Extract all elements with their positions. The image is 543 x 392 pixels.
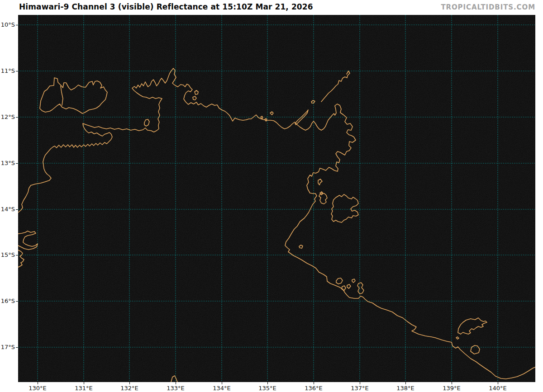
lon-tickmark-137°E (360, 382, 360, 384)
lon-label-132°E: 132°E (115, 385, 144, 392)
lon-label-130°E: 130°E (23, 385, 52, 392)
lon-tickmark-136°E (314, 382, 314, 384)
lat-label-15°S: 15°S (0, 251, 15, 259)
page-title: Himawari-9 Channel 3 (visible) Reflectan… (19, 2, 313, 11)
lon-label-140°E: 140°E (483, 385, 512, 392)
satellite-image-page: Himawari-9 Channel 3 (visible) Reflectan… (0, 0, 543, 392)
lat-label-13°S: 13°S (0, 160, 15, 167)
lat-tickmark-13°S (16, 163, 18, 164)
lon-label-136°E: 136°E (299, 385, 328, 392)
lon-tickmark-130°E (38, 382, 38, 384)
lon-tickmark-133°E (176, 382, 176, 384)
lon-label-137°E: 137°E (345, 385, 374, 392)
satellite-map (18, 15, 535, 382)
lon-tickmark-140°E (498, 382, 498, 384)
lon-tickmark-138°E (405, 382, 406, 384)
sensor-noise-overlay (18, 15, 535, 382)
lon-tickmark-135°E (267, 382, 268, 384)
lon-label-131°E: 131°E (69, 385, 98, 392)
lat-tickmark-17°S (16, 347, 18, 348)
lon-tickmark-134°E (222, 382, 222, 384)
lat-label-14°S: 14°S (0, 206, 15, 213)
lat-label-10°S: 10°S (0, 21, 15, 28)
map-canvas (18, 15, 535, 382)
lon-label-134°E: 134°E (207, 385, 236, 392)
lat-label-16°S: 16°S (0, 298, 15, 305)
lon-label-139°E: 139°E (437, 385, 466, 392)
lon-tickmark-132°E (129, 382, 130, 384)
lon-label-138°E: 138°E (391, 385, 420, 392)
lat-tickmark-15°S (16, 255, 18, 255)
lat-label-17°S: 17°S (0, 344, 15, 351)
lon-label-133°E: 133°E (161, 385, 190, 392)
lon-tickmark-131°E (84, 382, 84, 384)
lon-label-135°E: 135°E (253, 385, 282, 392)
lat-label-11°S: 11°S (0, 67, 15, 75)
tropicaltidbits-watermark: TROPICALTIDBITS.COM (441, 3, 535, 11)
lon-tickmark-139°E (452, 382, 452, 384)
lat-tickmark-14°S (16, 209, 18, 210)
lat-tickmark-10°S (16, 25, 18, 25)
lat-tickmark-16°S (16, 301, 18, 302)
lat-label-12°S: 12°S (0, 113, 15, 121)
lat-tickmark-11°S (16, 71, 18, 71)
lat-tickmark-12°S (16, 117, 18, 118)
